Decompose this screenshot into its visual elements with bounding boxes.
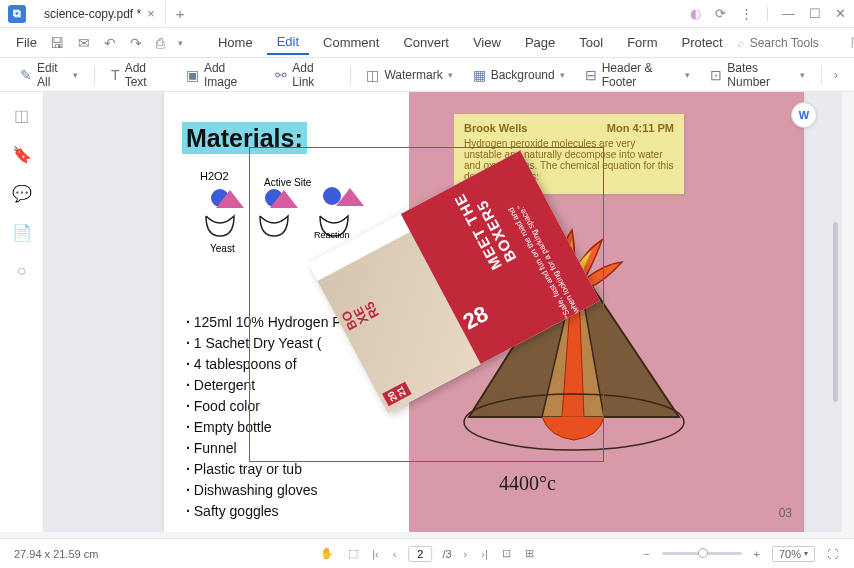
next-page-icon[interactable]: › [462,548,470,560]
fit-width-icon[interactable]: ⊡ [500,547,513,560]
bates-icon: ⊡ [710,67,722,83]
svg-text:Active Site: Active Site [264,177,312,188]
thumbnails-icon[interactable]: ◫ [14,106,29,125]
document-canvas[interactable]: Materials: H2O2 Active Site Yeast Reacti… [44,92,842,532]
search-icon[interactable]: ⌕ [737,36,744,50]
list-item: Safty goggles [186,501,342,522]
notify-icon[interactable]: ⟳ [715,6,726,21]
app-logo-icon: ⧉ [8,5,26,23]
list-item: 4 tablespoons of [186,354,342,375]
list-item: Empty bottle [186,417,342,438]
watermark-icon: ◫ [366,67,379,83]
undo-icon[interactable]: ↶ [99,35,121,51]
text-icon: T [111,67,120,83]
image-icon: ▣ [186,67,199,83]
materials-heading: Materials: [182,124,307,153]
menu-comment[interactable]: Comment [313,31,389,54]
left-sidebar: ◫ 🔖 💬 📄 ○ [0,92,44,532]
page-number: 03 [779,506,792,520]
sticky-author: Brook Wells [464,122,527,134]
titlebar: ⧉ science-copy.pdf * × + ◐ ⟳ ⋮ — ☐ ✕ [0,0,854,28]
menu-form[interactable]: Form [617,31,667,54]
bookmark-icon[interactable]: 🔖 [12,145,32,164]
menu-page[interactable]: Page [515,31,565,54]
overflow-icon[interactable]: ⋮ [740,6,753,21]
zoom-level[interactable]: 70%▾ [772,546,815,562]
svg-text:H2O2: H2O2 [200,170,229,182]
svg-point-4 [323,187,341,205]
list-item: Plastic tray or tub [186,459,342,480]
list-item: Dishwashing gloves [186,480,342,501]
edit-toolbar: ✎Edit All▾ TAdd Text ▣Add Image ⚯Add Lin… [0,58,854,92]
menu-protect[interactable]: Protect [671,31,732,54]
tab-filename: science-copy.pdf * [44,7,141,21]
page: Materials: H2O2 Active Site Yeast Reacti… [164,92,804,532]
statusbar: 27.94 x 21.59 cm ✋ ⬚ |‹ ‹ /3 › ›| ⊡ ⊞ − … [0,538,854,568]
link-icon: ⚯ [275,67,287,83]
menu-home[interactable]: Home [208,31,263,54]
toolbar-more-icon[interactable]: › [830,68,842,82]
add-link-button[interactable]: ⚯Add Link [267,57,341,93]
menu-tool[interactable]: Tool [569,31,613,54]
comment-panel-icon[interactable]: 💬 [12,184,32,203]
chevron-down-icon[interactable]: ▾ [173,38,188,48]
menu-view[interactable]: View [463,31,511,54]
select-tool-icon[interactable]: ⬚ [346,547,360,560]
last-page-icon[interactable]: ›| [479,548,490,560]
search-input[interactable] [750,36,840,50]
scrollbar[interactable] [833,222,838,402]
search-panel-icon[interactable]: ○ [17,262,27,280]
zoom-slider[interactable] [662,552,742,555]
list-item: Detergent [186,375,342,396]
header-icon: ⊟ [585,67,597,83]
bates-button[interactable]: ⊡Bates Number▾ [702,57,813,93]
add-image-button[interactable]: ▣Add Image [178,57,263,93]
zoom-out-button[interactable]: − [641,548,651,560]
list-item: 1 Sachet Dry Yeast ( [186,333,342,354]
page-input[interactable] [408,546,432,562]
background-button[interactable]: ▦Background▾ [465,63,573,87]
redo-icon[interactable]: ↷ [125,35,147,51]
sticky-time: Mon 4:11 PM [607,122,674,134]
mail-icon[interactable]: ✉ [73,35,95,51]
watermark-button[interactable]: ◫Watermark▾ [358,63,460,87]
page-total: /3 [442,548,451,560]
share-icon[interactable]: ⇱ [846,35,854,51]
attachment-icon[interactable]: 📄 [12,223,32,242]
list-item: 125ml 10% Hydrogen P [186,312,342,333]
svg-text:Yeast: Yeast [210,243,235,254]
menu-edit[interactable]: Edit [267,30,309,55]
materials-list: 125ml 10% Hydrogen P 1 Sachet Dry Yeast … [186,312,342,522]
temperature-label: 4400°c [499,472,556,495]
list-item: Food color [186,396,342,417]
svg-text:Reaction: Reaction [314,230,350,240]
minimize-button[interactable]: — [782,6,795,21]
edit-all-button[interactable]: ✎Edit All▾ [12,57,86,93]
print-icon[interactable]: ⎙ [151,35,169,51]
first-page-icon[interactable]: |‹ [370,548,381,560]
menu-convert[interactable]: Convert [393,31,459,54]
add-text-button[interactable]: TAdd Text [103,57,174,93]
pencil-icon: ✎ [20,67,32,83]
prev-page-icon[interactable]: ‹ [391,548,399,560]
fullscreen-icon[interactable]: ⛶ [825,548,840,560]
hand-tool-icon[interactable]: ✋ [318,547,336,560]
zoom-in-button[interactable]: + [752,548,762,560]
header-footer-button[interactable]: ⊟Header & Footer▾ [577,57,699,93]
file-menu[interactable]: File [12,35,41,50]
menubar: File 🖫 ✉ ↶ ↷ ⎙ ▾ Home Edit Comment Conve… [0,28,854,58]
close-tab-icon[interactable]: × [147,6,155,21]
word-export-badge[interactable]: W [791,102,817,128]
maximize-button[interactable]: ☐ [809,6,821,21]
save-icon[interactable]: 🖫 [45,35,69,51]
ai-icon[interactable]: ◐ [690,6,701,21]
add-tab-button[interactable]: + [166,5,195,22]
list-item: Funnel [186,438,342,459]
fit-page-icon[interactable]: ⊞ [523,547,536,560]
close-button[interactable]: ✕ [835,6,846,21]
dimensions-label: 27.94 x 21.59 cm [14,548,98,560]
document-tab[interactable]: science-copy.pdf * × [34,2,166,25]
background-icon: ▦ [473,67,486,83]
